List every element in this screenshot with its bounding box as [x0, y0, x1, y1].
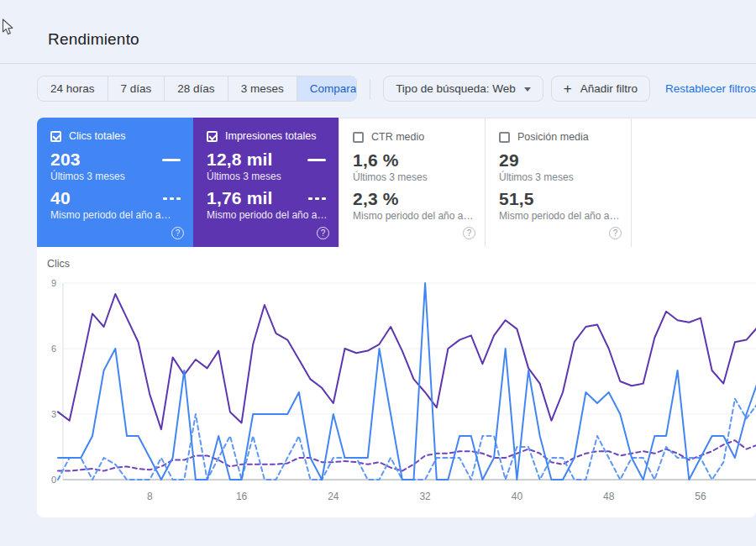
metric-cards-row: Clics totales 203 Últimos 3 meses 40 Mis…	[37, 118, 756, 247]
help-icon[interactable]: ?	[609, 227, 622, 239]
series-clics-periodo-anterior	[58, 399, 756, 480]
checkbox-unchecked-icon[interactable]	[353, 132, 364, 143]
y-tick-label: 6	[51, 344, 56, 354]
tab-24-hours[interactable]: 24 horas	[38, 76, 108, 101]
metric-caption-current: Últimos 3 meses	[353, 171, 485, 183]
metric-card-total-clicks[interactable]: Clics totales 203 Últimos 3 meses 40 Mis…	[37, 118, 193, 247]
x-tick-label: 24	[328, 491, 339, 502]
search-type-label: Tipo de búsqueda: Web	[396, 82, 516, 95]
tab-7-days[interactable]: 7 días	[108, 76, 165, 101]
help-icon[interactable]: ?	[317, 227, 329, 239]
header-divider	[0, 63, 756, 64]
search-console-performance-page: { "header": { "title": "Rendimiento" }, …	[0, 0, 756, 546]
metric-caption-previous: Mismo periodo del año a…	[353, 210, 485, 222]
metric-caption-previous: Mismo periodo del año a…	[499, 210, 631, 222]
x-tick-label: 40	[512, 491, 523, 502]
y-tick-label: 0	[51, 475, 56, 485]
checkbox-unchecked-icon[interactable]	[499, 132, 510, 143]
y-axis-title: Clics	[47, 258, 70, 270]
help-icon[interactable]: ?	[171, 227, 184, 239]
metric-card-label: Clics totales	[69, 130, 125, 142]
metric-card-header: Clics totales	[50, 130, 193, 142]
metric-value-previous: 51,5	[499, 189, 534, 209]
metric-caption-current: Últimos 3 meses	[499, 171, 631, 183]
x-tick-label: 16	[236, 491, 248, 502]
metric-caption-current: Últimos 3 meses	[207, 171, 339, 182]
mouse-cursor-icon	[2, 18, 14, 39]
checkbox-checked-icon[interactable]	[50, 131, 61, 142]
toolbar-divider	[370, 79, 370, 99]
metric-caption-current: Últimos 3 meses	[50, 171, 193, 182]
tab-compare[interactable]: Comparar	[297, 76, 358, 101]
metric-card-header: CTR medio	[353, 131, 485, 143]
checkbox-checked-icon[interactable]	[207, 131, 218, 142]
metric-card-header: Impresiones totales	[207, 130, 339, 142]
x-tick-label: 32	[419, 491, 431, 502]
add-filter-label: Añadir filtro	[580, 82, 638, 95]
metric-card-header: Posición media	[499, 131, 631, 143]
performance-chart[interactable]: 03698162432404856Clics	[37, 247, 756, 517]
series-clics-actuales	[58, 283, 756, 480]
x-tick-label: 56	[695, 491, 706, 502]
dashed-line-indicator-icon	[163, 197, 181, 200]
metric-card-total-impressions[interactable]: Impresiones totales 12,8 mil Últimos 3 m…	[193, 118, 339, 247]
y-tick-label: 9	[51, 278, 56, 288]
metric-card-label: CTR medio	[371, 131, 424, 143]
metric-card-average-position[interactable]: Posición media 29 Últimos 3 meses 51,5 M…	[485, 118, 631, 247]
tab-3-months[interactable]: 3 meses	[228, 76, 297, 101]
metric-value-previous: 40	[50, 188, 71, 208]
metric-value-current: 12,8 mil	[207, 150, 273, 170]
x-tick-label: 48	[603, 491, 615, 502]
reset-filters-link[interactable]: Restablecer filtros	[665, 82, 756, 95]
page-title: Rendimiento	[48, 30, 756, 49]
chevron-down-icon	[524, 87, 531, 92]
tab-28-days[interactable]: 28 días	[165, 76, 228, 101]
plus-icon: +	[564, 81, 572, 96]
dashed-line-indicator-icon	[308, 197, 326, 200]
help-icon[interactable]: ?	[463, 227, 475, 239]
metric-value-current: 29	[499, 150, 519, 171]
metric-card-average-ctr[interactable]: CTR medio 1,6 % Últimos 3 meses 2,3 % Mi…	[339, 118, 485, 247]
metric-caption-previous: Mismo periodo del año a…	[207, 209, 339, 221]
metric-value-previous: 1,76 mil	[207, 188, 273, 208]
metric-card-label: Posición media	[517, 131, 589, 143]
add-filter-button[interactable]: + Añadir filtro	[551, 76, 650, 102]
filters-toolbar: 24 horas 7 días 28 días 3 meses Comparar…	[37, 76, 756, 102]
x-tick-label: 8	[147, 491, 153, 502]
tab-compare-label: Comparar	[310, 82, 358, 95]
search-type-dropdown[interactable]: Tipo de búsqueda: Web	[383, 76, 543, 102]
performance-chart-panel: 03698162432404856Clics	[37, 247, 756, 517]
series-impresiones-periodo-anterior	[58, 440, 756, 470]
y-tick-label: 3	[51, 409, 56, 419]
metric-value-current: 1,6 %	[353, 150, 399, 171]
metric-value-previous: 2,3 %	[353, 189, 399, 209]
series-impresiones-actuales	[58, 294, 756, 429]
metric-value-current: 203	[50, 150, 81, 170]
solid-line-indicator-icon	[307, 159, 326, 161]
metric-card-label: Impresiones totales	[225, 130, 316, 142]
date-range-tabs: 24 horas 7 días 28 días 3 meses Comparar	[37, 76, 357, 102]
metric-caption-previous: Mismo periodo del año a…	[50, 209, 193, 221]
solid-line-indicator-icon	[162, 159, 181, 161]
metric-card-empty-filler	[631, 118, 756, 247]
